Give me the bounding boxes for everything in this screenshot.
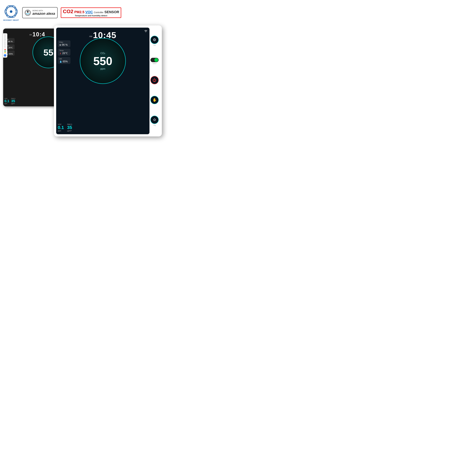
fan-icon: ✿ — [153, 118, 156, 122]
alexa-name-label: amazon alexa — [32, 12, 55, 16]
power-icon: ⏻ — [153, 78, 156, 82]
alexa-works-label: WORKS WITH — [32, 10, 55, 12]
device-front: AM 10:45 Filter ⊞ 96 % Temp — [54, 25, 162, 136]
sensor-pm-label: PM2.5 — [74, 10, 85, 14]
front-co2-value: 550 — [93, 55, 112, 67]
valve-slider — [154, 58, 158, 62]
back-pm-unit: μg/m³ — [11, 103, 15, 104]
front-pm-block: PM2.5 35 μg/m³ — [67, 123, 72, 132]
google-badge: works with the Google Assistant — [3, 33, 7, 58]
front-hr-box: HR 💧 65% — [58, 57, 70, 64]
hand-button[interactable]: ✋ — [151, 96, 159, 104]
front-temp-value: 🌡 26℃ — [59, 52, 69, 55]
front-temp-box: Temp 🌡 26℃ — [58, 49, 70, 56]
back-voc-unit: ppm — [4, 103, 9, 104]
back-pm-value: 35 — [11, 99, 15, 103]
front-temp-icon: 🌡 — [59, 52, 62, 55]
google-dots — [4, 49, 6, 53]
screen-content: AM 10:45 Filter ⊞ 96 % Temp — [56, 28, 150, 134]
valve-button-wrapper: Valve — [151, 58, 159, 64]
front-voc-unit: ppm — [58, 130, 64, 132]
alexa-badge: WORKS WITH amazon alexa — [22, 7, 58, 18]
brand-name-text: HESSWAY SMART — [3, 19, 19, 21]
google-text: works with the Google Assistant — [4, 34, 6, 48]
front-pm-value: 35 — [67, 125, 72, 130]
google-dot-red — [4, 49, 6, 50]
hig-button[interactable]: ✿ — [151, 116, 159, 124]
front-co2-label: CO₂ — [93, 52, 112, 55]
front-bottom-readings: VOC 0.1 ppm PM2.5 35 μg/m³ — [58, 123, 150, 132]
sensor-badge: CO2 PM2.5 VOC Controller SENSOR Temperat… — [61, 7, 121, 18]
front-voc-block: VOC 0.1 ppm — [58, 123, 64, 132]
brand-logo: HESSWAY SMART — [3, 4, 19, 21]
front-screen: AM 10:45 Filter ⊞ 96 % Temp — [56, 28, 150, 134]
google-blob — [4, 54, 6, 57]
alexa-icon — [25, 10, 31, 16]
power-button[interactable]: ⏻ — [151, 76, 159, 84]
front-right-buttons: ⚙ Set Valve ⏻ ✋ — [150, 28, 160, 134]
google-dot-yellow — [4, 52, 6, 53]
svg-point-4 — [10, 10, 12, 13]
front-filter-value: ⊞ 96 % — [59, 43, 69, 46]
front-voc-value: 0.1 — [58, 125, 64, 130]
front-co2-unit: ppm — [93, 68, 112, 70]
header: HESSWAY SMART WORKS WITH amazon alexa CO… — [0, 0, 168, 25]
back-time-value: 10:4 — [33, 31, 45, 38]
svg-point-6 — [27, 11, 29, 13]
hand-icon: ✋ — [153, 98, 157, 102]
brand-logo-icon — [4, 4, 18, 19]
power-button-wrapper: ⏻ — [151, 76, 159, 84]
hand-button-wrapper: ✋ — [151, 96, 159, 104]
front-temp-label: Temp — [59, 50, 69, 51]
sensor-voc-label: VOC — [85, 10, 93, 14]
front-co2-circle: CO₂ 550 ppm — [80, 38, 126, 84]
front-filter-label: Filter — [59, 41, 69, 43]
front-hr-icon: 💧 — [59, 60, 62, 63]
hig-button-wrapper: ✿ Hig — [151, 116, 159, 126]
sensor-bottom-label: Temperature and humidity detect — [75, 15, 107, 17]
front-left-stats: Filter ⊞ 96 % Temp 🌡 26℃ — [58, 40, 70, 64]
front-pm-unit: μg/m³ — [67, 130, 72, 132]
set-button-wrapper: ⚙ Set — [151, 36, 159, 46]
sensor-co2-label: CO2 — [63, 9, 73, 15]
back-pm-block: PM2.5 35 μg/m³ — [11, 98, 15, 105]
front-filter-icon: ⊞ — [59, 44, 61, 46]
valve-label: Valve — [153, 63, 156, 64]
sensor-top-row: CO2 PM2.5 VOC Controller SENSOR — [63, 9, 119, 15]
sensor-controller-label: Controller — [94, 11, 103, 14]
back-voc-block: VOC 0.1 ppm — [4, 98, 9, 105]
sensor-sensor-label: SENSOR — [104, 10, 119, 14]
front-co2-inner: CO₂ 550 ppm — [93, 52, 112, 70]
hig-button-label: Hig — [153, 124, 156, 126]
gear-icon: ⚙ — [153, 38, 156, 42]
front-hr-value: 💧 65% — [59, 60, 69, 63]
back-voc-value: 0.1 — [4, 99, 9, 103]
front-filter-box: Filter ⊞ 96 % — [58, 40, 70, 47]
set-button[interactable]: ⚙ — [151, 36, 159, 44]
valve-button[interactable] — [151, 58, 159, 62]
back-time-am: AM — [29, 34, 32, 36]
back-co2-value: 55 — [43, 47, 53, 58]
front-time-am: AM — [89, 35, 92, 38]
google-dot-green — [4, 51, 6, 52]
set-button-label: Set — [153, 44, 156, 46]
front-hr-label: HR — [59, 58, 69, 60]
alexa-text-block: WORKS WITH amazon alexa — [32, 10, 55, 16]
front-co2-circle-container: CO₂ 550 ppm — [80, 38, 126, 84]
main-area: works with the Google Assistant AM 10:4 … — [0, 25, 168, 168]
